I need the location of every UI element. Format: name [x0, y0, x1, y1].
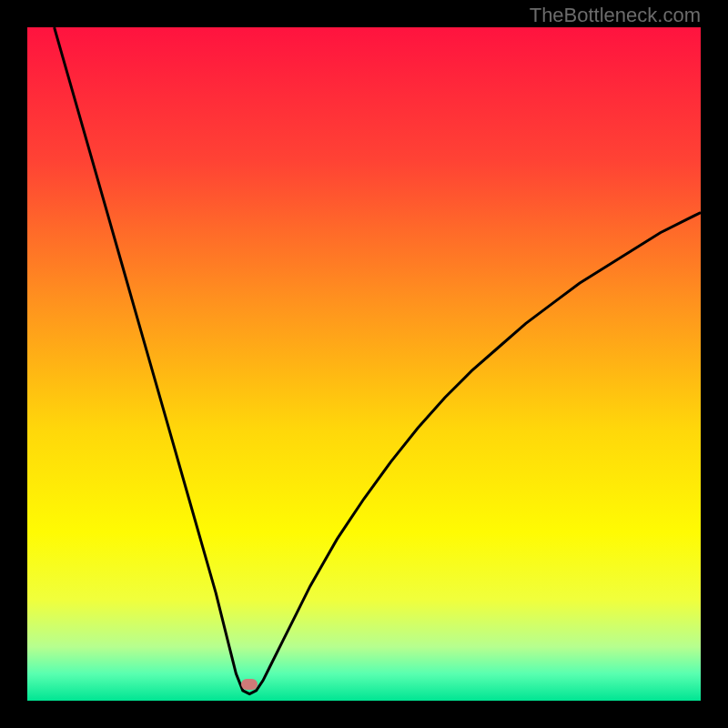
- svg-rect-0: [27, 27, 701, 701]
- chart-frame: TheBottleneck.com: [0, 0, 728, 728]
- plot-area: [27, 27, 701, 701]
- gradient-background: [27, 27, 701, 701]
- watermark-text: TheBottleneck.com: [530, 4, 701, 27]
- optimal-point-marker: [241, 679, 258, 690]
